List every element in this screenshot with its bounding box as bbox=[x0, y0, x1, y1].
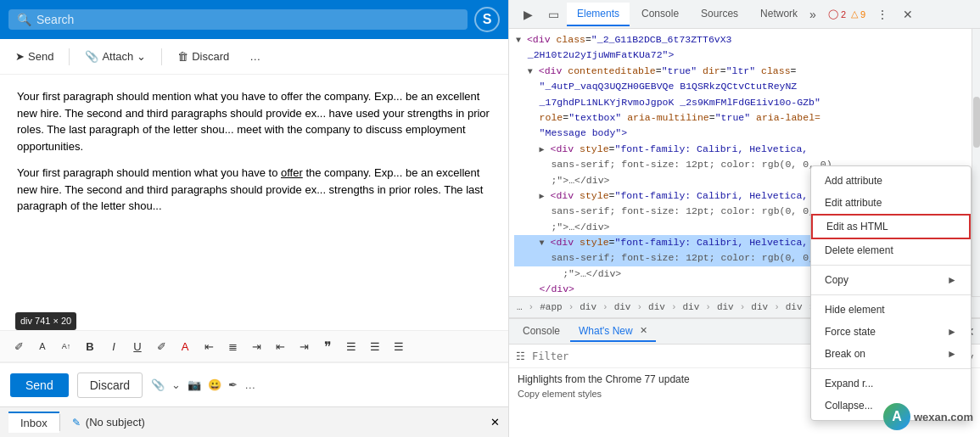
attach-label: Attach bbox=[102, 50, 133, 63]
align-center-button[interactable]: ≣ bbox=[222, 336, 243, 356]
more-tabs-button[interactable]: » bbox=[809, 8, 816, 21]
ctx-force-state-arrow-icon: ► bbox=[947, 326, 957, 338]
attach-chevron-small[interactable]: ⌄ bbox=[171, 378, 181, 391]
image-icon[interactable]: 📷 bbox=[188, 378, 201, 391]
tree-line[interactable]: _2H10t2u2yIjuWmFatKUa72"> bbox=[514, 48, 966, 63]
tab-elements[interactable]: Elements bbox=[567, 3, 630, 26]
ctx-add-attribute[interactable]: Add attribute bbox=[811, 170, 971, 192]
tree-line[interactable]: "Message body"> bbox=[514, 126, 966, 141]
font-color-button[interactable]: A bbox=[175, 336, 195, 356]
attr-dir: dir bbox=[703, 65, 720, 76]
ctx-delete-element[interactable]: Delete element bbox=[811, 239, 971, 261]
signature-icon[interactable]: ✒ bbox=[228, 378, 238, 391]
bold-button[interactable]: B bbox=[80, 336, 100, 356]
send-button[interactable]: Send bbox=[10, 373, 69, 397]
align-left-button[interactable]: ⇤ bbox=[199, 336, 219, 356]
more-options-button[interactable]: … bbox=[244, 47, 266, 66]
ctx-break-on[interactable]: Break on ► bbox=[811, 343, 971, 365]
attachment-icon[interactable]: 📎 bbox=[151, 378, 165, 391]
tag-div: <div bbox=[527, 34, 551, 45]
search-input-wrapper[interactable]: 🔍 bbox=[8, 9, 468, 30]
ctx-edit-attribute[interactable]: Edit attribute bbox=[811, 192, 971, 214]
watermark: A wexan.com bbox=[883, 403, 973, 430]
align-justify-button[interactable]: ☰ bbox=[389, 336, 409, 356]
attr-style2: style bbox=[580, 190, 609, 201]
close-tab-button[interactable]: ✕ bbox=[490, 416, 500, 429]
expand-arrow-5[interactable]: ▼ bbox=[540, 238, 545, 248]
breadcrumb-div1[interactable]: div bbox=[577, 301, 599, 313]
ctx-copy[interactable]: Copy ► bbox=[811, 269, 971, 291]
expand-arrow[interactable]: ▼ bbox=[516, 36, 521, 45]
bottom-tab-console[interactable]: Console bbox=[514, 322, 568, 342]
email-panel: 🔍 S ➤ Send 📎 Attach ⌄ 🗑 Discard bbox=[0, 0, 509, 437]
indent-decrease-button[interactable]: ⇤ bbox=[270, 336, 290, 356]
no-subject-tab[interactable]: ✎ (No subject) bbox=[60, 412, 157, 432]
font-size-button[interactable]: A bbox=[32, 336, 53, 356]
discard-toolbar-button[interactable]: 🗑 Discard bbox=[172, 47, 234, 66]
list-button[interactable]: ☰ bbox=[341, 336, 361, 356]
discard-button[interactable]: Discard bbox=[77, 373, 143, 398]
send-bar-icons: 📎 ⌄ 📷 😀 ✒ … bbox=[151, 378, 255, 391]
text-style2: sans-serif; font-size: 12pt; color: rgb(… bbox=[551, 205, 832, 216]
italic-button[interactable]: I bbox=[104, 336, 124, 356]
font-size-up-button[interactable]: A↑ bbox=[56, 336, 76, 356]
breadcrumb-div2[interactable]: div bbox=[612, 301, 634, 313]
trash-icon: 🗑 bbox=[177, 50, 188, 63]
devtools-scrollbar[interactable] bbox=[972, 29, 980, 296]
ctx-hide-element[interactable]: Hide element bbox=[811, 299, 971, 321]
tab-sources[interactable]: Sources bbox=[691, 3, 748, 26]
tree-line[interactable]: _17ghdPL1NLKYjRvmoJgpoK _2s9KmFMlFdGE1iv… bbox=[514, 95, 966, 110]
breadcrumb-div3[interactable]: div bbox=[646, 301, 668, 313]
inspect-element-button[interactable]: ▶ bbox=[516, 3, 540, 26]
settings-button[interactable]: ⋮ bbox=[871, 3, 894, 26]
tree-line[interactable]: ▼ <div class="_2_G11B2DCB_6t73ZTT6vX3 bbox=[514, 32, 966, 48]
breadcrumb-div7[interactable]: div bbox=[783, 301, 805, 313]
table-button[interactable]: ☰ bbox=[365, 336, 385, 356]
expand-arrow-2[interactable]: ▼ bbox=[528, 67, 533, 76]
skype-icon[interactable]: S bbox=[474, 7, 500, 32]
text-end2: ;">…</div> bbox=[551, 221, 609, 233]
align-right-button[interactable]: ⇥ bbox=[246, 336, 266, 356]
emoji-icon[interactable]: 😀 bbox=[208, 378, 221, 391]
expand-arrow-4[interactable]: ▶ bbox=[540, 192, 545, 201]
breadcrumb-app[interactable]: #app bbox=[537, 301, 564, 313]
quote-button[interactable]: ❞ bbox=[317, 336, 338, 356]
ctx-force-state[interactable]: Force state ► bbox=[811, 321, 971, 343]
breadcrumb-ellipsis[interactable]: … bbox=[514, 301, 525, 313]
more-icon[interactable]: … bbox=[244, 378, 255, 391]
attr-value-2: _2H10t2u2yIjuWmFatKUa72"> bbox=[528, 49, 675, 60]
attr-style-val1: "font-family: Calibri, Helvetica, bbox=[614, 143, 808, 154]
send-toolbar-button[interactable]: ➤ Send bbox=[10, 47, 59, 66]
ctx-expand[interactable]: Expand r... bbox=[811, 373, 971, 395]
close-devtools-button[interactable]: ✕ bbox=[896, 3, 920, 26]
attach-button[interactable]: 📎 Attach ⌄ bbox=[80, 47, 151, 66]
breadcrumb-div4[interactable]: div bbox=[680, 301, 703, 313]
tab-console[interactable]: Console bbox=[631, 3, 689, 26]
highlight-button[interactable]: ✐ bbox=[151, 336, 171, 356]
tag-div-style3: <div bbox=[551, 237, 574, 248]
expand-arrow-3[interactable]: ▶ bbox=[540, 145, 545, 154]
bottom-tab-whats-new[interactable]: What's New ✕ bbox=[570, 322, 656, 342]
underline-button[interactable]: U bbox=[127, 336, 148, 356]
devtools-scrollbar-thumb[interactable] bbox=[973, 97, 980, 148]
attr-textbox: "textbox" bbox=[568, 112, 621, 123]
ctx-edit-as-html[interactable]: Edit as HTML bbox=[811, 214, 971, 239]
ctx-collapse-label: Collapse... bbox=[825, 400, 873, 412]
breadcrumb-div5[interactable]: div bbox=[714, 301, 736, 313]
search-input[interactable] bbox=[36, 13, 459, 26]
devtools-panel: ▶ ▭ Elements Console Sources Network » ◯… bbox=[509, 0, 980, 437]
inbox-tab[interactable]: Inbox bbox=[8, 412, 59, 433]
format-brush-button[interactable]: ✐ bbox=[8, 336, 29, 356]
device-toggle-button[interactable]: ▭ bbox=[541, 3, 565, 26]
error-icon: ◯ bbox=[828, 8, 838, 20]
whats-new-close-icon[interactable]: ✕ bbox=[640, 325, 647, 336]
watermark-text: wexan.com bbox=[914, 411, 973, 423]
tree-line[interactable]: "_4utP_vaqQ3UQZH0GEBVQe B1QSRkzQCtvCtutR… bbox=[514, 79, 966, 94]
indent-increase-button[interactable]: ⇥ bbox=[294, 336, 314, 356]
attr-value-4: _17ghdPL1NLKYjRvmoJgpoK _2s9KmFMlFdGE1iv… bbox=[540, 97, 820, 108]
tree-line[interactable]: ▶ <div style="font-family: Calibri, Helv… bbox=[514, 142, 966, 157]
tab-network[interactable]: Network bbox=[750, 3, 808, 26]
tree-line[interactable]: role="textbox" aria-multiline="true" ari… bbox=[514, 110, 966, 126]
breadcrumb-div6[interactable]: div bbox=[748, 301, 770, 313]
tree-line[interactable]: ▼ <div contenteditable="true" dir="ltr" … bbox=[514, 64, 966, 79]
